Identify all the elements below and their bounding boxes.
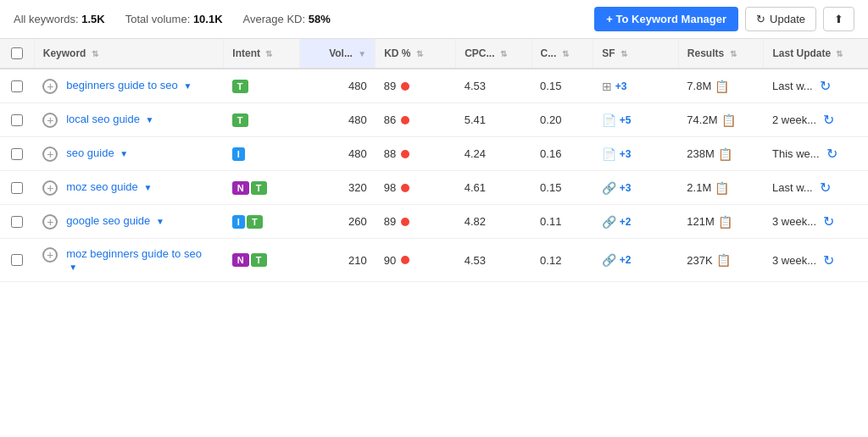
row-update-cell: Last w...↻ (764, 69, 868, 103)
add-keyword-button[interactable]: + (42, 113, 58, 128)
results-doc-icon: 📋 (721, 113, 736, 127)
row-checkbox[interactable] (11, 148, 23, 160)
row-refresh-button[interactable]: ↻ (820, 78, 831, 94)
row-refresh-button[interactable]: ↻ (820, 180, 831, 196)
keyword-link[interactable]: moz seo guide (66, 180, 138, 193)
row-checkbox[interactable] (11, 114, 23, 126)
update-sort-icon: ⇅ (836, 49, 843, 58)
add-keyword-button[interactable]: + (42, 79, 58, 94)
row-keyword-cell: + moz seo guide ▼ (34, 171, 224, 205)
row-intent-cell: T (224, 69, 299, 103)
th-keyword[interactable]: Keyword ⇅ (34, 39, 224, 69)
th-results[interactable]: Results ⇅ (678, 39, 764, 69)
table-row: + beginners guide to seo ▼ T480894.530.1… (0, 69, 868, 103)
sf-image-icon: ⊞ (602, 80, 612, 93)
row-c-cell: 0.20 (531, 103, 593, 137)
add-keyword-button[interactable]: + (42, 214, 58, 230)
kd-value: 89 (384, 215, 396, 228)
keyword-link[interactable]: local seo guide (66, 113, 140, 125)
row-vol-cell: 480 (299, 103, 375, 137)
last-update-value: 2 week... (772, 113, 816, 126)
row-sf-cell: ⊞+3 (593, 69, 679, 103)
sf-doc-icon: 📄 (602, 113, 616, 127)
keywords-table: Keyword ⇅ Intent ⇅ Vol... ▼ KD % ⇅ CPC..… (0, 39, 868, 282)
intent-badge: T (247, 215, 263, 229)
results-value: 238M (687, 147, 715, 160)
kd-difficulty-dot (401, 116, 409, 124)
row-checkbox[interactable] (11, 216, 23, 228)
row-checkbox[interactable] (11, 80, 23, 92)
last-update-value: Last w... (772, 80, 813, 92)
keyword-dropdown-icon[interactable]: ▼ (183, 81, 192, 91)
row-refresh-button[interactable]: ↻ (826, 146, 837, 162)
row-keyword-cell: + seo guide ▼ (34, 137, 224, 171)
th-c[interactable]: C... ⇅ (531, 39, 593, 69)
intent-badge: N (232, 181, 249, 195)
keyword-dropdown-icon[interactable]: ▼ (156, 217, 164, 226)
add-keyword-button[interactable]: + (42, 247, 58, 263)
row-cpc-cell: 4.24 (456, 137, 531, 171)
keyword-link[interactable]: beginners guide to seo (66, 79, 178, 91)
row-vol-cell: 320 (299, 171, 375, 205)
update-button[interactable]: ↻ Update (745, 7, 816, 31)
row-sf-cell: 🔗+2 (593, 205, 679, 239)
add-keyword-button[interactable]: + (42, 180, 58, 196)
row-c-cell: 0.11 (531, 205, 593, 239)
row-results-cell: 238M📋 (678, 137, 764, 171)
row-checkbox[interactable] (11, 182, 23, 194)
keyword-manager-button[interactable]: + To Keyword Manager (594, 7, 738, 31)
total-volume-stat: Total volume: 10.1K (125, 13, 223, 25)
row-sf-cell: 📄+5 (593, 103, 679, 137)
th-kd[interactable]: KD % ⇅ (376, 39, 456, 69)
keyword-dropdown-icon[interactable]: ▼ (146, 115, 154, 124)
th-vol[interactable]: Vol... ▼ (299, 39, 375, 69)
sf-count: +5 (620, 114, 632, 126)
th-check[interactable] (0, 39, 34, 69)
row-check-cell (0, 69, 34, 103)
results-value: 2.1M (687, 181, 711, 194)
sf-doc-icon: 📄 (602, 147, 616, 161)
average-kd-stat: Average KD: 58% (243, 13, 331, 25)
th-intent[interactable]: Intent ⇅ (224, 39, 299, 69)
row-checkbox[interactable] (11, 254, 23, 266)
keyword-link[interactable]: google seo guide (66, 214, 150, 227)
results-doc-icon: 📋 (716, 253, 731, 267)
results-value: 74.2M (687, 113, 717, 126)
row-results-cell: 2.1M📋 (678, 171, 764, 205)
row-c-cell: 0.15 (531, 171, 593, 205)
row-refresh-button[interactable]: ↻ (823, 213, 834, 230)
sf-count: +2 (620, 216, 632, 228)
row-keyword-cell: + google seo guide ▼ (34, 205, 224, 239)
row-kd-cell: 90 (376, 239, 456, 282)
results-value: 121M (687, 215, 715, 228)
results-sort-icon: ⇅ (730, 49, 737, 58)
add-keyword-button[interactable]: + (42, 147, 58, 162)
th-sf[interactable]: SF ⇅ (593, 39, 679, 69)
keyword-link[interactable]: moz beginners guide to seo (66, 247, 202, 260)
row-vol-cell: 210 (299, 239, 375, 282)
sf-sort-icon: ⇅ (620, 49, 627, 58)
row-intent-cell: IT (224, 205, 299, 239)
intent-badge: T (251, 181, 267, 195)
keyword-link[interactable]: seo guide (66, 147, 114, 159)
last-update-value: This we... (772, 147, 820, 160)
kd-value: 88 (384, 147, 396, 160)
keyword-dropdown-icon[interactable]: ▼ (69, 263, 77, 272)
row-update-cell: 2 week...↻ (764, 103, 868, 137)
keyword-dropdown-icon[interactable]: ▼ (143, 183, 152, 192)
th-last-update[interactable]: Last Update ⇅ (764, 39, 868, 69)
export-icon: ⬆ (834, 13, 843, 25)
export-button[interactable]: ⬆ (823, 7, 854, 31)
row-keyword-cell: + moz beginners guide to seo ▼ (34, 239, 224, 282)
th-cpc[interactable]: CPC... ⇅ (456, 39, 531, 69)
keyword-dropdown-icon[interactable]: ▼ (120, 149, 128, 158)
results-doc-icon: 📋 (715, 80, 729, 93)
row-intent-cell: NT (224, 171, 299, 205)
intent-badge: T (251, 253, 267, 267)
results-doc-icon: 📋 (718, 215, 732, 229)
select-all-checkbox[interactable] (11, 47, 23, 59)
row-refresh-button[interactable]: ↻ (823, 252, 834, 268)
row-c-cell: 0.16 (531, 137, 593, 171)
row-refresh-button[interactable]: ↻ (823, 112, 834, 128)
all-keywords-stat: All keywords: 1.5K (14, 13, 105, 25)
